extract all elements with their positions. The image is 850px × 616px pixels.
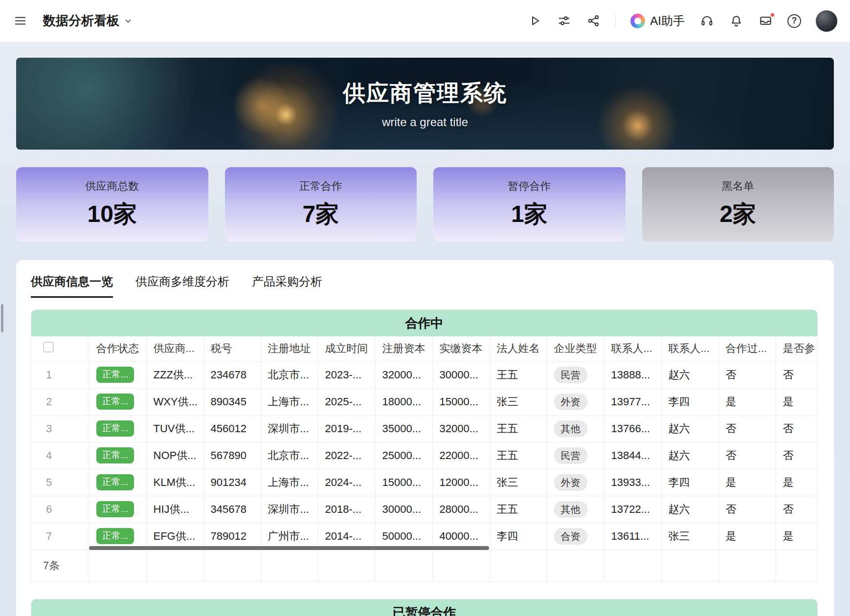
company-type-badge: 外资: [554, 394, 587, 410]
table-footer-row: 7条: [31, 550, 818, 582]
share-button[interactable]: [586, 14, 601, 28]
table-row[interactable]: 4正常...NOP供...567890北京市...2022-...25000..…: [31, 442, 818, 469]
table-cell: 12000...: [432, 469, 490, 496]
user-avatar[interactable]: [816, 10, 837, 32]
table-cell: 2019-...: [318, 415, 375, 442]
table-cell: 2022-...: [318, 442, 375, 469]
share-icon: [587, 14, 600, 27]
table-cell: 民营: [547, 361, 604, 388]
column-header[interactable]: 供应商...: [146, 336, 203, 361]
table-cell: 王五: [490, 496, 547, 523]
topbar-divider: [615, 14, 616, 28]
stat-card-blacklist[interactable]: 黑名单 2家: [642, 167, 834, 242]
settings-sliders-button[interactable]: [557, 14, 571, 28]
status-badge: 正常...: [96, 394, 134, 410]
tab-supplier-analysis[interactable]: 供应商多维度分析: [135, 274, 229, 298]
column-header[interactable]: 注册资本: [375, 336, 432, 361]
stat-value: 2家: [719, 198, 756, 230]
table-cell: HIJ供...: [146, 496, 203, 523]
table-cell: 32000...: [432, 415, 490, 442]
table-cell: KLM供...: [146, 469, 203, 496]
table-row[interactable]: 2正常...WXY供...890345上海市...2025-...18000..…: [31, 388, 818, 415]
table-cell: 正常...: [89, 496, 146, 523]
table-cell: EFG供...: [146, 523, 203, 550]
row-index: 5: [31, 469, 89, 496]
table-cell: 赵六: [661, 496, 718, 523]
table-cell: 13722...: [604, 496, 661, 523]
table-cell: 13766...: [604, 415, 661, 442]
cooperating-table-card: 合作中 合作状态供应商...税号注册地址成立时间注册资本实缴资本法人姓名企业类型…: [31, 309, 818, 582]
footer-cell: [604, 550, 661, 582]
row-index: 3: [31, 415, 89, 442]
select-all-checkbox[interactable]: [43, 342, 54, 352]
column-header[interactable]: 联系人...: [661, 336, 718, 361]
table-cell: 李四: [661, 469, 718, 496]
table-row[interactable]: 7正常...EFG供...789012广州市...2014-...50000..…: [31, 523, 818, 550]
column-header[interactable]: 联系人...: [604, 336, 661, 361]
table-row[interactable]: 3正常...TUV供...456012深圳市...2019-...35000..…: [31, 415, 818, 442]
stat-card-total-suppliers[interactable]: 供应商总数 10家: [16, 167, 208, 242]
table-row[interactable]: 6正常...HIJ供...345678深圳市...2018-...30000..…: [31, 496, 818, 523]
table-cell: 张三: [490, 388, 547, 415]
horizontal-scrollbar[interactable]: [89, 546, 489, 550]
table-cell: 深圳市...: [261, 496, 318, 523]
help-button[interactable]: ?: [787, 14, 801, 28]
run-button[interactable]: [527, 14, 542, 28]
column-header[interactable]: 是否参: [776, 336, 818, 361]
stat-value: 1家: [511, 198, 548, 230]
table-cell: 2018-...: [318, 496, 375, 523]
table-cell: 是: [718, 469, 776, 496]
status-badge: 正常...: [96, 474, 134, 490]
status-badge: 正常...: [96, 447, 134, 463]
footer-cell: [661, 550, 718, 582]
column-header[interactable]: 成立时间: [318, 336, 375, 361]
footer-cell: [146, 550, 203, 582]
table-cell: 是: [776, 469, 818, 496]
table-cell: 否: [718, 442, 776, 469]
hero-title: 供应商管理系统: [343, 78, 507, 109]
table-cell: 民营: [547, 442, 604, 469]
table-row[interactable]: 1正常...ZZZ供...234678北京市...2023-...32000..…: [31, 361, 818, 388]
notification-dot: [770, 12, 775, 18]
table-cell: 张三: [661, 523, 718, 550]
hero-subtitle: write a great title: [382, 115, 468, 129]
hamburger-menu-button[interactable]: [13, 14, 27, 28]
tab-supplier-info[interactable]: 供应商信息一览: [31, 274, 113, 298]
table-cell: NOP供...: [146, 442, 203, 469]
notifications-button[interactable]: [729, 14, 743, 28]
row-index: 7: [31, 523, 89, 550]
column-header[interactable]: 实缴资本: [432, 336, 490, 361]
table-cell: 王五: [490, 415, 547, 442]
column-header[interactable]: 企业类型: [547, 336, 604, 361]
column-header[interactable]: 税号: [203, 336, 261, 361]
stat-label: 供应商总数: [85, 179, 139, 194]
support-button[interactable]: [699, 14, 714, 28]
dashboard-title-dropdown[interactable]: 数据分析看板: [43, 12, 133, 29]
status-badge: 正常...: [96, 528, 134, 544]
table-cell: 正常...: [89, 388, 146, 415]
table-row[interactable]: 5正常...KLM供...901234上海市...2024-...15000..…: [31, 469, 818, 496]
table-cell: 25000...: [375, 442, 432, 469]
column-header[interactable]: 法人姓名: [490, 336, 547, 361]
inbox-button[interactable]: [758, 14, 773, 28]
table-cell: 李四: [661, 388, 718, 415]
column-header[interactable]: 注册地址: [261, 336, 318, 361]
page-scrollbar-thumb[interactable]: [1, 304, 3, 332]
tab-procurement-analysis[interactable]: 产品采购分析: [252, 274, 322, 298]
stat-label: 黑名单: [722, 179, 754, 194]
table-cell: 789012: [203, 523, 261, 550]
column-header[interactable]: 合作状态: [89, 336, 146, 361]
table-cell: ZZZ供...: [146, 361, 203, 388]
table-cell: 2014-...: [318, 523, 375, 550]
stat-cards-row: 供应商总数 10家 正常合作 7家 暂停合作 1家 黑名单 2家: [16, 167, 834, 242]
chevron-down-icon: [123, 16, 133, 26]
table-cell: 456012: [203, 415, 261, 442]
footer-cell: [432, 550, 490, 582]
ai-assistant-button[interactable]: AI助手: [630, 13, 685, 29]
table-cell: 13888...: [604, 361, 661, 388]
stat-card-paused-cooperation[interactable]: 暂停合作 1家: [433, 167, 626, 242]
table-cell: 北京市...: [261, 361, 318, 388]
stat-card-normal-cooperation[interactable]: 正常合作 7家: [225, 167, 417, 242]
column-header[interactable]: 合作过...: [718, 336, 776, 361]
company-type-badge: 外资: [554, 474, 587, 491]
